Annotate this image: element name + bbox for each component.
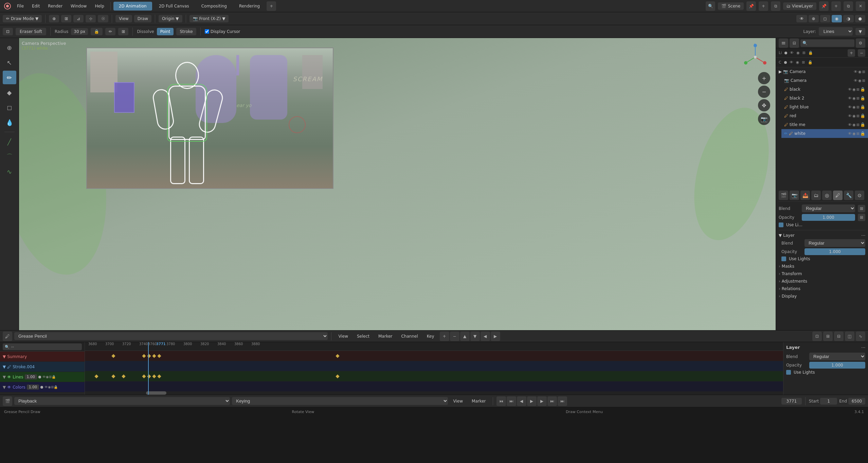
camera-view-button[interactable]: 📷 (758, 113, 770, 125)
viewport-shading-material[interactable]: ◑ (843, 15, 853, 22)
menu-edit[interactable]: Edit (29, 2, 43, 10)
title-me-render[interactable]: ◉ (852, 123, 856, 127)
transform-a-icon[interactable]: ⊿ (73, 15, 84, 22)
draw-menu[interactable]: Draw (134, 15, 151, 22)
camera-select-icon[interactable]: ⊞ (862, 70, 865, 74)
outliner-search[interactable]: 🔍 (800, 39, 854, 47)
light-blue-render[interactable]: ◉ (852, 105, 856, 109)
transform-b-icon[interactable]: ⊹ (86, 15, 96, 22)
remove-key-btn[interactable]: − (450, 332, 459, 341)
black-select[interactable]: ⊞ (856, 87, 860, 92)
menu-window[interactable]: Window (67, 2, 90, 10)
opacity-value-top[interactable]: 1.000 (802, 214, 855, 221)
keying-select[interactable]: Keying (232, 397, 448, 405)
end-value[interactable]: 6500 (848, 398, 865, 405)
key-down-btn[interactable]: ▼ (470, 332, 480, 341)
radius-tablet-icon[interactable]: ⊞ (118, 28, 128, 35)
view-axis-select[interactable]: 📷 Front (X-Z) ▼ (189, 15, 229, 22)
select-mode-icon[interactable]: ⊞ (823, 332, 833, 341)
workspace-2d-full-canvas[interactable]: 2D Full Canvas (153, 2, 195, 11)
workspace-compositing[interactable]: Compositing (196, 2, 232, 11)
select-tool[interactable]: ↖ (3, 56, 16, 69)
layer-dropdown-icon[interactable]: ▼ (855, 28, 865, 35)
light-blue-eye[interactable]: 👁 (848, 105, 852, 109)
layer-use-lights-checkbox[interactable] (781, 256, 786, 261)
camera-obj-eye[interactable]: 👁 (854, 78, 857, 83)
playback-frame-start-btn[interactable]: ⏮ (496, 396, 506, 406)
layer-select[interactable]: Lines (819, 27, 853, 36)
stroke-button[interactable]: Stroke (176, 28, 196, 35)
playback-view-menu[interactable]: View (450, 397, 466, 405)
timeline-scrollbar[interactable] (85, 391, 783, 395)
draw-tool[interactable]: ✏ (3, 71, 16, 84)
key-up-btn[interactable]: ▲ (460, 332, 470, 341)
layer-panel-lights-checkbox[interactable] (786, 370, 791, 375)
opacity-extra-btn[interactable]: ⊞ (858, 214, 865, 221)
outliner-item-light-blue[interactable]: 🖊 light blue 👁 ◉ ⊞ 🔒 (781, 103, 868, 111)
view-menu[interactable]: View (115, 15, 132, 22)
outliner-item-red[interactable]: 🖊 red 👁 ◉ ⊞ 🔒 (781, 111, 868, 120)
viewlayer-pin-icon[interactable]: 📌 (819, 1, 829, 11)
outliner-item-black[interactable]: 🖊 black 👁 ◉ ⊞ 🔒 (781, 85, 868, 94)
add-viewlayer-btn[interactable]: + (848, 49, 855, 57)
black2-select[interactable]: ⊞ (856, 96, 860, 101)
viewlayer-new-icon[interactable]: + (831, 1, 841, 11)
masks-section-header[interactable]: › Masks (779, 264, 865, 269)
start-value[interactable]: 1 (820, 398, 837, 405)
light-blue-lock[interactable]: 🔒 (860, 105, 865, 109)
add-key-btn[interactable]: + (440, 332, 449, 341)
radius-lock-icon[interactable]: 🔒 (91, 28, 103, 35)
outliner-item-title-me[interactable]: 🖊 title me 👁 ◉ ⊞ 🔒 (781, 120, 868, 129)
blend-extra-btn[interactable]: ⊞ (858, 205, 865, 212)
title-me-lock[interactable]: 🔒 (860, 122, 865, 127)
camera-eye-icon[interactable]: 👁 (854, 70, 857, 74)
scene-field[interactable]: 🎬 Scene (718, 2, 744, 10)
cursor-tool[interactable]: ⊕ (3, 41, 16, 54)
use-lights-checkbox-top[interactable] (779, 222, 783, 227)
outliner-item-camera-obj[interactable]: 📷 Camera 👁 ◉ ⊞ (781, 76, 868, 85)
outliner-item-white[interactable]: ✏ 🖊 white 👁 ◉ ⊞ 🔒 (781, 129, 868, 138)
line-tool[interactable]: ╱ (3, 135, 16, 148)
light-blue-select[interactable]: ⊞ (856, 105, 860, 109)
gizmo-icon[interactable]: ⊕ (809, 15, 819, 22)
props-gpencil-icon[interactable]: 🖊 (833, 191, 843, 200)
track-label-lines[interactable]: ▼ 👁 Lines 1.00 👁◉⊞🔒 (0, 372, 85, 382)
track-label-stroke[interactable]: ▼ 🖊 Stroke.004 (0, 362, 85, 372)
pivot-icon[interactable]: ⊕ (49, 15, 59, 22)
viewport-shading-solid[interactable]: ◉ (832, 15, 842, 22)
camera-obj-render[interactable]: ◉ (858, 78, 862, 83)
playback-prev-frame-btn[interactable]: ◀ (517, 396, 526, 406)
outliner-mode-icon[interactable]: ≡ (779, 38, 788, 48)
layer-panel-blend-select[interactable]: Regular (809, 353, 865, 360)
overlay-icon[interactable]: 👁 (796, 15, 807, 22)
playback-marker-menu[interactable]: Marker (468, 397, 489, 405)
timeline-search[interactable]: 🔍 ⇔ (3, 343, 82, 350)
editor-type-icon[interactable]: 🎬 (3, 396, 12, 406)
adjustments-section-header[interactable]: › Adjustments (779, 279, 865, 284)
timeline-select-menu[interactable]: Select (354, 333, 373, 340)
viewlayer-field[interactable]: 🗂 ViewLayer (783, 2, 816, 10)
search-icon[interactable]: 🔍 (706, 1, 715, 11)
props-modifier-icon[interactable]: 🔧 (844, 191, 853, 200)
layer-section-header[interactable]: ▼ Layer ⋯ (779, 233, 865, 238)
layer-panel-menu-icon[interactable]: ⋯ (861, 345, 865, 350)
track-label-summary[interactable]: ▼ Summary (0, 352, 85, 362)
title-me-eye[interactable]: 👁 (848, 123, 852, 127)
normalize-icon[interactable]: ◫ (845, 332, 854, 341)
graph-icon[interactable]: ∿ (856, 332, 865, 341)
layer-section-menu-icon[interactable]: ⋯ (861, 233, 865, 238)
current-frame-field[interactable]: 3771 (781, 398, 802, 405)
timeline-mode-select[interactable]: Grease Pencil (14, 332, 328, 340)
layer-opacity-value[interactable]: 1.000 (804, 248, 865, 255)
zoom-in-button[interactable]: + (758, 72, 770, 84)
close-icon[interactable]: ✕ (856, 1, 865, 11)
playback-frame-end-btn[interactable]: ⏭ (558, 396, 567, 406)
scene-pin-icon[interactable]: 📌 (746, 1, 756, 11)
timeline-tracks[interactable]: 3680 3700 3720 3740 3760 3771 3780 3800 … (85, 342, 783, 395)
white-select[interactable]: ⊞ (856, 131, 860, 136)
curve-tool[interactable]: ∿ (3, 165, 16, 178)
outliner-settings-icon[interactable]: ⚙ (856, 38, 865, 48)
timeline-channel-menu[interactable]: Channel (398, 333, 421, 340)
black2-lock[interactable]: 🔒 (860, 96, 865, 101)
props-view-layer-icon[interactable]: 🗂 (811, 191, 821, 200)
